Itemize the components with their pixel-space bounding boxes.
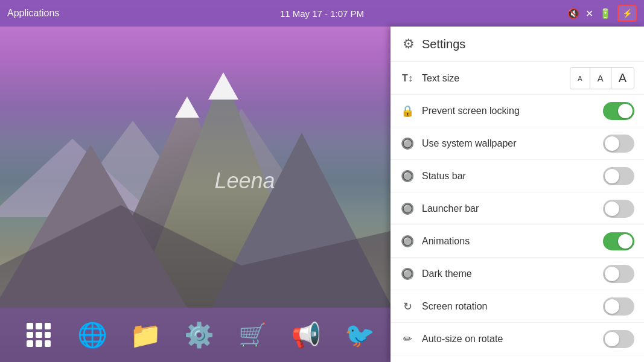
dock-item-speaker[interactable]: 📢 — [287, 316, 325, 354]
dock: 🌐 📁 ⚙️ 🛒 📢 🐦 — [0, 308, 398, 362]
use-system-wallpaper-toggle[interactable] — [603, 135, 634, 153]
toggle-thumb — [605, 299, 619, 314]
dock-item-twitter[interactable]: 🐦 — [340, 316, 379, 354]
close-icon[interactable]: ✕ — [585, 8, 593, 19]
dock-item-settings[interactable]: ⚙️ — [180, 316, 218, 354]
text-size-icon: T↕ — [400, 73, 415, 84]
launcher-bar-label: Launcher bar — [422, 203, 596, 214]
use-system-wallpaper-row: 🔘 Use system wallpaper — [391, 127, 644, 160]
auto-size-rotate-label: Auto-size on rotate — [422, 334, 596, 345]
mobile-web-pages-row: 📱 Mobile Web Pages — [391, 355, 644, 362]
dark-theme-row: 🔘 Dark theme — [391, 258, 644, 290]
launcher-bar-toggle[interactable] — [603, 200, 634, 218]
settings-title: Settings — [422, 37, 465, 51]
toggle-thumb — [605, 267, 619, 281]
status-bar-label: Status bar — [422, 171, 596, 182]
mute-icon: 🔇 — [567, 8, 579, 19]
screen-rotation-label: Screen rotation — [422, 301, 596, 312]
sliders-icon: ⚡ — [622, 8, 633, 18]
dark-theme-toggle[interactable] — [603, 265, 634, 283]
text-size-small-btn[interactable]: A — [570, 68, 590, 89]
launcher-bar-icon: 🔘 — [400, 202, 415, 215]
lock-icon: 🔒 — [400, 104, 415, 118]
settings-header: ⚙ Settings — [391, 27, 644, 62]
prevent-screen-locking-label: Prevent screen locking — [422, 106, 596, 116]
toggle-thumb — [605, 169, 619, 183]
use-system-wallpaper-label: Use system wallpaper — [422, 138, 596, 149]
svg-marker-8 — [208, 72, 238, 100]
animations-row: 🔘 Animations — [391, 225, 644, 258]
text-size-medium-btn[interactable]: A — [590, 68, 611, 89]
animations-icon: 🔘 — [400, 235, 415, 248]
status-icons: 🔇 ✕ 🔋 ⚡ — [567, 5, 637, 22]
prevent-screen-locking-toggle[interactable] — [603, 102, 634, 120]
settings-gear-icon: ⚙ — [403, 36, 415, 52]
settings-panel: ⚙ Settings T↕ Text size A A A 🔒 Prevent … — [391, 27, 644, 362]
mountain-illustration — [0, 48, 398, 308]
app-title: Applications — [7, 8, 59, 19]
text-size-row: T↕ Text size A A A — [391, 62, 644, 95]
dark-theme-label: Dark theme — [422, 268, 596, 279]
grid-icon — [27, 323, 51, 347]
toggle-thumb — [605, 332, 619, 346]
animations-label: Animations — [422, 236, 596, 247]
animations-toggle[interactable] — [603, 232, 634, 250]
screen-rotation-icon: ↻ — [400, 300, 415, 313]
prevent-screen-locking-row: 🔒 Prevent screen locking — [391, 95, 644, 127]
screen-rotation-row: ↻ Screen rotation — [391, 290, 644, 323]
settings-menu-button[interactable]: ⚡ — [617, 5, 637, 22]
status-bar: Applications 11 May 17 - 1:07 PM 🔇 ✕ 🔋 ⚡ — [0, 0, 644, 27]
toggle-thumb — [605, 136, 619, 151]
dock-item-browser[interactable]: 🌐 — [73, 316, 112, 354]
text-size-large-btn[interactable]: A — [611, 68, 634, 89]
status-bar-icon: 🔘 — [400, 170, 415, 183]
auto-size-icon: ✏ — [400, 332, 415, 346]
auto-size-rotate-toggle[interactable] — [603, 330, 634, 348]
wallpaper-icon: 🔘 — [400, 137, 415, 150]
screen-rotation-toggle[interactable] — [603, 297, 634, 316]
dock-item-grid[interactable] — [19, 316, 58, 354]
svg-marker-7 — [175, 97, 199, 118]
toggle-thumb — [618, 104, 633, 118]
launcher-bar-row: 🔘 Launcher bar — [391, 192, 644, 225]
dock-item-store[interactable]: 🛒 — [234, 316, 272, 354]
status-time: 11 May 17 - 1:07 PM — [280, 8, 364, 19]
status-bar-row: 🔘 Status bar — [391, 160, 644, 192]
text-size-label: Text size — [422, 73, 563, 84]
dock-item-files[interactable]: 📁 — [126, 316, 165, 354]
text-size-controls: A A A — [570, 67, 634, 89]
dark-theme-icon: 🔘 — [400, 267, 415, 281]
status-bar-toggle[interactable] — [603, 167, 634, 185]
toggle-thumb — [618, 234, 633, 249]
toggle-thumb — [605, 202, 619, 216]
auto-size-rotate-row: ✏ Auto-size on rotate — [391, 323, 644, 355]
battery-icon: 🔋 — [599, 8, 611, 19]
leena-watermark: Leena — [214, 168, 275, 194]
